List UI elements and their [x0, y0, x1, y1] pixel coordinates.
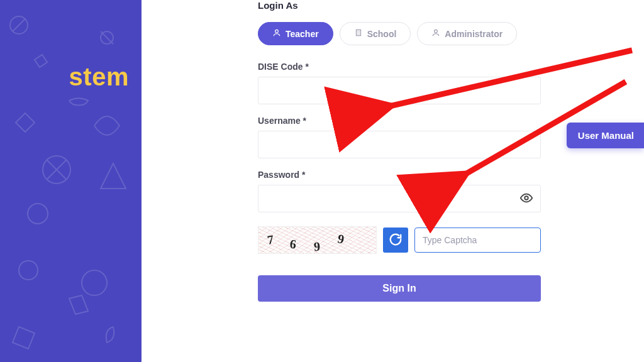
sidebar-panel: stem [0, 0, 142, 362]
username-field[interactable] [258, 131, 541, 158]
building-icon [354, 28, 363, 39]
password-field[interactable] [258, 185, 541, 212]
sign-in-button[interactable]: Sign In [258, 275, 541, 302]
captcha-char: 7 [266, 232, 274, 247]
eye-icon [519, 191, 533, 207]
login-as-label: Login As [258, 0, 541, 11]
doodle-background [0, 0, 142, 362]
dise-code-label: DISE Code * [258, 62, 541, 72]
sidebar-title-fragment: stem [69, 63, 129, 91]
captcha-input[interactable] [414, 228, 541, 253]
captcha-refresh-button[interactable] [383, 228, 408, 253]
svg-point-4 [275, 30, 279, 33]
svg-point-7 [525, 196, 528, 200]
login-form: Login As Teacher School Administrator [258, 0, 541, 302]
captcha-image: 7 6 9 9 [258, 226, 377, 254]
main-content: Login As Teacher School Administrator [142, 0, 644, 362]
role-label: Teacher [286, 29, 319, 39]
captcha-char: 9 [336, 231, 345, 246]
captcha-char: 6 [289, 237, 297, 252]
role-administrator-button[interactable]: Administrator [417, 22, 517, 45]
svg-point-6 [435, 30, 438, 33]
password-wrap [258, 185, 541, 212]
svg-point-3 [28, 204, 48, 224]
captcha-row: 7 6 9 9 [258, 226, 541, 254]
password-label: Password * [258, 170, 541, 180]
role-label: School [367, 29, 397, 39]
role-label: Administrator [445, 29, 502, 39]
dise-code-field[interactable] [258, 77, 541, 104]
refresh-icon [389, 233, 402, 248]
role-school-button[interactable]: School [340, 22, 411, 45]
role-teacher-button[interactable]: Teacher [258, 22, 333, 45]
user-icon [272, 28, 281, 39]
svg-rect-5 [356, 30, 360, 35]
user-manual-button[interactable]: User Manual [567, 123, 644, 148]
username-label: Username * [258, 116, 541, 126]
role-selector: Teacher School Administrator [258, 22, 541, 45]
toggle-password-visibility-button[interactable] [519, 192, 533, 206]
user-icon [431, 28, 440, 39]
captcha-char: 9 [313, 239, 321, 254]
